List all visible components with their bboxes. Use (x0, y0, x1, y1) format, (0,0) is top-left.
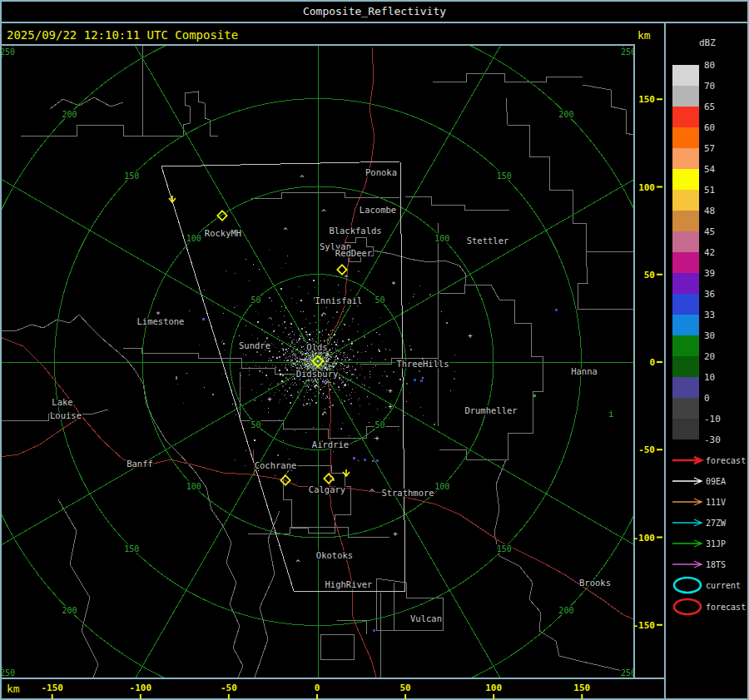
point-marker: ^ (321, 311, 326, 320)
colored-dot-marker (373, 629, 375, 632)
legend-label: 09EA (706, 477, 726, 486)
range-ring-label: 150 (497, 544, 512, 554)
y-axis-tick-label: 50 (644, 269, 655, 280)
colorbar-value-label: 0 (704, 393, 710, 404)
range-ring-label: 50 (250, 295, 260, 305)
city-label: Airdrie (312, 439, 349, 449)
colorbar-value-label: 48 (704, 206, 715, 216)
x-axis-tick-label: -50 (221, 683, 237, 693)
county-border (405, 196, 509, 210)
range-ring-label: 250 (0, 47, 15, 57)
colorbar-value-label: 45 (704, 226, 715, 237)
colorbar-value-label: 42 (704, 247, 715, 258)
y-axis-tick-label: 150 (638, 94, 655, 105)
colorbar-value-label: 30 (704, 330, 715, 341)
colored-dot-marker (376, 459, 379, 462)
x-axis-tick-label: -150 (41, 683, 63, 693)
legend-sidebar: dBZ 807065605754514845423936333020100-10… (666, 23, 749, 698)
city-label: Sundre (239, 340, 270, 350)
x-axis-tick-label: -100 (130, 683, 152, 693)
y-axis-tick-label: -100 (633, 532, 656, 543)
point-marker: ^ (283, 226, 288, 235)
legend-arrow-111V (672, 499, 702, 505)
point-marker: ^ (314, 384, 319, 392)
colorbar-value-label: -10 (704, 414, 721, 424)
city-label: HighRiver (325, 579, 373, 589)
city-label: Hanna (571, 366, 598, 376)
colorbar-value-label: 36 (704, 289, 715, 300)
point-marker: ^ (370, 488, 374, 496)
range-ring-label: 50 (375, 420, 385, 429)
county-border (255, 511, 280, 678)
city-label: Calgary (309, 484, 345, 494)
city-label: Lake (52, 397, 72, 407)
colorbar-value-label: 39 (704, 268, 715, 279)
range-ring-label: 150 (124, 544, 139, 554)
colorbar-swatch (672, 419, 699, 439)
range-ring-label: 100 (186, 234, 201, 243)
point-marker: ^ (321, 208, 326, 216)
county-border (251, 192, 399, 198)
radar-map-canvas[interactable]: 5050505010010010010015015015015020020020… (0, 0, 749, 700)
range-ring-label: 100 (186, 482, 201, 491)
point-marker: + (468, 331, 473, 340)
county-border (320, 620, 366, 659)
colorbar-units-label: dBZ (699, 37, 716, 48)
colored-dot-marker (555, 309, 558, 311)
county-border (21, 92, 218, 136)
range-ring-label: 250 (0, 668, 15, 678)
radial-line (0, 0, 318, 362)
colorbar-swatch (672, 169, 699, 190)
colored-dot-marker (533, 395, 536, 397)
city-label: Limestone (137, 316, 185, 326)
city-label: Okotoks (316, 550, 353, 560)
colorbar-swatch (672, 252, 699, 273)
text-marker: i (608, 409, 614, 420)
county-border (50, 97, 123, 109)
legend-arrow-31JP (672, 540, 702, 547)
county-border (0, 330, 17, 331)
colorbar-swatch (672, 127, 699, 148)
highway-line (329, 486, 633, 619)
colorbar-value-label: 10 (704, 372, 715, 383)
colorbar-swatch (672, 356, 699, 377)
range-ring-label: 100 (434, 482, 449, 491)
y-axis-tick-label: -150 (633, 619, 656, 630)
county-border (578, 251, 633, 309)
legend-arrow-18TS (672, 561, 702, 568)
colorbar-value-label: 80 (704, 60, 715, 71)
range-ring-label: 200 (558, 110, 573, 119)
point-marker: ^ (300, 174, 305, 182)
radar-site-marker (324, 474, 333, 483)
city-label: Strathmore (381, 488, 434, 498)
colorbar-swatch (672, 65, 699, 86)
colorbar-value-label: 60 (704, 122, 715, 133)
colorbar-swatch (672, 273, 699, 294)
legend-label: 18TS (706, 560, 726, 569)
city-label: Lacombe (360, 205, 396, 215)
city-label: Vulcan (410, 613, 442, 623)
colorbar-value-label: 70 (704, 81, 715, 92)
x-axis-tick-label: 100 (485, 683, 502, 693)
legend-label: 27ZW (706, 519, 726, 528)
range-ring-label: 100 (434, 234, 449, 243)
colorbar-swatch (672, 190, 699, 211)
range-ring-label: 50 (375, 295, 385, 305)
x-axis-tick-label: 50 (399, 683, 410, 693)
colorbar-value-label: -30 (704, 434, 721, 445)
colorbar-value-label: 57 (704, 143, 715, 154)
range-ring-label: 150 (497, 171, 512, 181)
county-border (17, 315, 243, 678)
point-marker: + (393, 529, 398, 538)
legend-arrow-27ZW (672, 519, 702, 526)
radar-center-dot (317, 360, 319, 362)
range-ring-label: 150 (124, 171, 139, 181)
legend-label: forecast (706, 603, 746, 612)
colored-dot-marker (323, 380, 325, 383)
legend-label: forecast (706, 456, 746, 465)
point-marker: * (391, 280, 395, 289)
point-marker: + (374, 434, 379, 442)
city-label: Louise (50, 410, 82, 420)
point-marker: + (267, 395, 272, 403)
colored-dot-marker (364, 459, 366, 461)
